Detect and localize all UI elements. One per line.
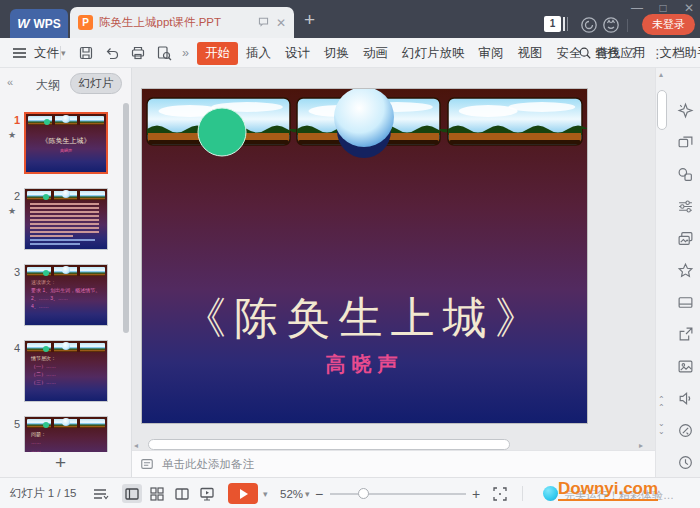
slides-panel: « 大纲 幻灯片 1★《陈奂生上城》高晓声2★3速读课文：要求 1、划出生词，概… [0,68,132,477]
scroll-left-icon[interactable]: ◂ [134,441,138,450]
play-slideshow-button[interactable] [228,483,258,504]
scroll-right-icon[interactable]: ▸ [639,441,643,450]
next-slide-button[interactable]: ⌄⌄ [658,420,664,436]
help-button[interactable]: ? [630,38,637,68]
ribbon-tab-1[interactable]: 插入 [240,42,277,65]
thumbnail-list: 1★《陈奂生上城》高晓声2★3速读课文：要求 1、划出生词，概述情节。2、…… … [0,95,121,452]
slide-canvas[interactable]: 《陈奂生上城》 高晓声 [142,89,587,423]
mascot-service-icon[interactable] [602,16,620,34]
zoom-slider-handle[interactable] [358,488,369,499]
collapse-ribbon-icon[interactable]: ⌄ [670,38,680,68]
thumb-text-lines: 问题：………… [31,430,104,452]
share-icon[interactable] [677,326,694,343]
thumb-sphere [62,190,70,198]
slide-title-textbox[interactable]: 《陈奂生上城》 [142,289,587,348]
ribbon-tab-5[interactable]: 幻灯片放映 [396,42,471,65]
slide-number: 2 [6,190,20,202]
tabbar-divider [627,19,628,32]
reading-view-button[interactable] [172,484,192,503]
ribbon-tab-3[interactable]: 切换 [318,42,355,65]
skin-center-icon[interactable] [580,16,598,34]
tab-close-icon[interactable]: ✕ [276,16,286,30]
slides-tab[interactable]: 幻灯片 [70,73,122,94]
switch-window-icon[interactable] [677,134,694,151]
menubar-divider [60,46,61,60]
thumb-banner [27,343,105,352]
ppt-file-icon: P [78,15,93,30]
outline-tab[interactable]: 大纲 [36,77,60,94]
scroll-up-icon[interactable]: ▴ [659,70,663,79]
ribbon-tab-0[interactable]: 开始 [197,42,238,65]
zoom-level[interactable]: 52%▾ [280,478,310,508]
ribbon-tab-6[interactable]: 审阅 [473,42,510,65]
image-library-icon[interactable] [677,230,694,247]
window-count-badge[interactable]: 1 [544,16,561,32]
task-pane-icon[interactable] [677,294,694,311]
thumb-banner [27,191,105,200]
print-button[interactable] [130,38,146,68]
picture-icon[interactable] [677,358,694,375]
more-options-icon[interactable]: ⋮ [651,38,664,68]
sidebar-scrollbar-handle[interactable] [123,103,129,333]
quick-access-more[interactable]: » [182,38,189,68]
find-button[interactable]: 查找 [578,38,620,68]
play-options-caret-icon[interactable]: ▾ [263,478,268,508]
zoom-in-button[interactable]: + [472,478,480,508]
undo-button[interactable] [104,38,120,68]
beautify-icon[interactable] [677,102,694,119]
seal-icon[interactable] [677,422,694,439]
zoom-slider[interactable] [330,493,466,495]
tab-pin-icon[interactable] [257,15,270,31]
zoom-out-button[interactable]: − [315,478,323,508]
sidebar-scrollbar[interactable] [123,95,129,452]
thumb-banner [27,267,105,276]
statusbar-divider [522,486,523,501]
add-slide-button[interactable]: + [0,452,121,477]
landscape-banner-graphic [142,89,587,169]
minimize-button[interactable]: — [626,1,648,17]
thumb-green-circle [44,119,50,125]
normal-view-button[interactable] [122,484,142,503]
file-menu-caret-icon: ▾ [61,48,66,58]
new-tab-button[interactable]: + [304,10,315,29]
slide-number: 4 [6,342,20,354]
save-button[interactable] [78,38,94,68]
collapse-panel-icon[interactable]: « [7,76,13,88]
adjust-icon[interactable] [677,198,694,215]
notes-toggle-button[interactable] [93,478,110,508]
wps-logo-icon: W [17,16,29,31]
notes-placeholder: 单击此处添加备注 [162,457,254,472]
favorites-icon[interactable] [677,262,694,279]
ribbon-tab-4[interactable]: 动画 [357,42,394,65]
assistant-status-icon[interactable] [543,486,558,501]
notes-bar[interactable]: 单击此处添加备注 [132,450,655,477]
slide-thumbnail-1[interactable]: 《陈奂生上城》高晓声 [24,112,108,174]
shapes-icon[interactable] [677,166,694,183]
slide-thumbnail-4[interactable]: 情节层次：（一）……（二）……（三）…… [24,340,108,402]
slide-thumbnail-2[interactable] [24,188,108,250]
horizontal-scrollbar-handle[interactable] [148,439,510,450]
window-layout-icon [563,17,568,31]
print-preview-button[interactable] [156,38,172,68]
history-icon[interactable] [677,454,694,471]
wps-home-tab[interactable]: W WPS [10,9,68,38]
ribbon-tab-7[interactable]: 视图 [512,42,549,65]
panel-header: « 大纲 幻灯片 [0,72,132,96]
fit-to-window-button[interactable] [493,478,507,508]
slideshow-view-button[interactable] [197,484,217,503]
slide-thumbnail-3[interactable]: 速读课文：要求 1、划出生词，概述情节。2、…… 3、……4、…… [24,264,108,326]
document-tab[interactable]: P 陈奂生上城ppt课件.PPT ✕ [70,7,294,38]
sound-icon[interactable] [677,390,694,407]
slide-author-textbox[interactable]: 高晓声 [142,351,587,378]
right-toolbar-icons [676,102,694,471]
ribbon-tab-2[interactable]: 设计 [279,42,316,65]
previous-slide-button[interactable]: ⌃⌃ [658,396,664,412]
login-button[interactable]: 未登录 [642,14,695,35]
thumb-green-circle [43,346,49,352]
slide-thumbnail-5[interactable]: 问题：………… [24,416,108,452]
thumbnail-row: 5问题：………… [0,416,121,452]
vertical-scrollbar-handle[interactable] [657,90,667,130]
status-bar: 幻灯片 1 / 15 ▾ 52%▾ − + 完美运行！精彩体验… Downyi.… [0,477,700,508]
slide-sorter-view-button[interactable] [147,484,167,503]
hamburger-menu-icon[interactable] [12,38,27,68]
